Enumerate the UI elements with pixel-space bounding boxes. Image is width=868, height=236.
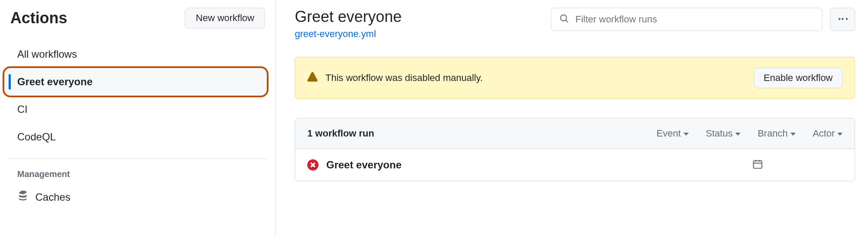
- more-options-button[interactable]: [830, 8, 855, 31]
- runs-header: 1 workflow run Event Status Branch Actor: [295, 118, 855, 149]
- caret-down-icon: [684, 133, 689, 136]
- workflow-file-link[interactable]: greet-everyone.yml: [295, 28, 376, 39]
- filter-event-dropdown[interactable]: Event: [656, 128, 688, 139]
- caret-down-icon: [735, 133, 740, 136]
- sidebar: Actions New workflow All workflows Greet…: [0, 0, 276, 236]
- title-block: Greet everyone greet-everyone.yml: [295, 8, 543, 40]
- workflow-list: All workflows Greet everyone CI CodeQL: [9, 40, 267, 151]
- alert-text: This workflow was disabled manually.: [325, 72, 746, 84]
- svg-point-0: [561, 15, 567, 21]
- management-section-label: Management: [9, 169, 267, 187]
- enable-workflow-button[interactable]: Enable workflow: [754, 68, 843, 88]
- new-workflow-button[interactable]: New workflow: [185, 8, 265, 28]
- sidebar-divider: [9, 158, 267, 159]
- filter-label: Status: [706, 128, 733, 139]
- kebab-icon: [837, 13, 848, 26]
- caret-down-icon: [837, 133, 843, 136]
- workflow-runs-box: 1 workflow run Event Status Branch Actor: [295, 118, 855, 181]
- filter-label: Branch: [758, 128, 788, 139]
- filter-status-dropdown[interactable]: Status: [706, 128, 740, 139]
- svg-line-1: [566, 20, 568, 23]
- alert-icon: [307, 72, 318, 84]
- filter-label: Event: [656, 128, 681, 139]
- main-content: Greet everyone greet-everyone.yml This w…: [276, 0, 868, 236]
- sidebar-item-caches[interactable]: Caches: [9, 187, 267, 208]
- filter-actor-dropdown[interactable]: Actor: [813, 128, 843, 139]
- run-status-failure-icon: [307, 159, 318, 171]
- search-icon: [559, 13, 569, 25]
- runs-count: 1 workflow run: [307, 128, 639, 139]
- sidebar-item-label: Caches: [35, 191, 70, 203]
- database-icon: [17, 190, 28, 204]
- workflow-run-row[interactable]: Greet everyone: [295, 149, 855, 181]
- caret-down-icon: [790, 133, 796, 136]
- disabled-workflow-alert: This workflow was disabled manually. Ena…: [295, 57, 855, 99]
- filter-input-wrap[interactable]: [551, 8, 822, 31]
- filter-runs-input[interactable]: [575, 14, 814, 25]
- page-title: Greet everyone: [295, 8, 543, 26]
- run-title: Greet everyone: [326, 159, 744, 171]
- sidebar-header: Actions New workflow: [9, 8, 267, 28]
- sidebar-item-greet-everyone[interactable]: Greet everyone: [4, 68, 267, 96]
- svg-rect-2: [753, 161, 762, 168]
- sidebar-item-codeql[interactable]: CodeQL: [9, 123, 267, 151]
- filter-label: Actor: [813, 128, 835, 139]
- calendar-icon: [752, 158, 763, 171]
- main-header: Greet everyone greet-everyone.yml: [295, 8, 855, 40]
- sidebar-item-ci[interactable]: CI: [9, 96, 267, 123]
- sidebar-title: Actions: [10, 9, 67, 27]
- sidebar-item-all-workflows[interactable]: All workflows: [9, 40, 267, 68]
- filter-branch-dropdown[interactable]: Branch: [758, 128, 796, 139]
